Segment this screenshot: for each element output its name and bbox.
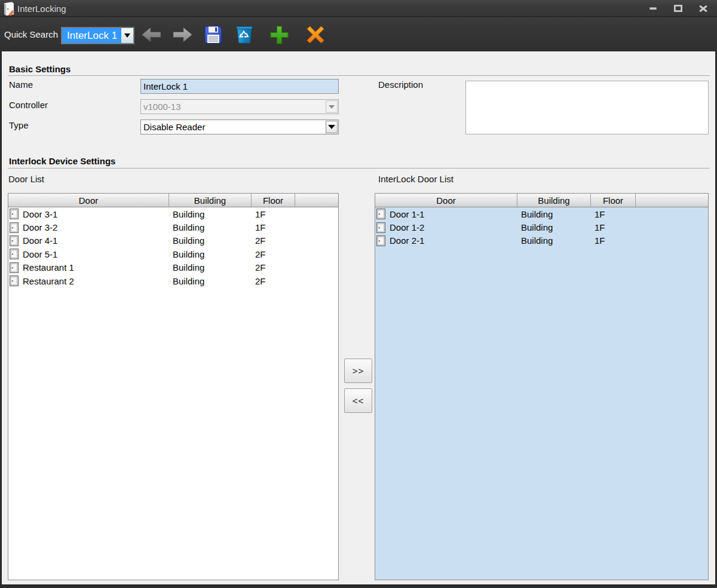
building-name: Building [517, 209, 591, 219]
door-icon [376, 222, 385, 233]
door-list-header: Door Building Floor [8, 194, 338, 207]
column-header-floor[interactable]: Floor [252, 194, 295, 207]
building-name: Building [169, 262, 252, 272]
column-header-building[interactable]: Building [517, 194, 591, 207]
delete-button[interactable] [305, 24, 326, 45]
door-icon [10, 262, 19, 273]
list-item[interactable]: Restaurant 2 Building 2F [8, 274, 338, 287]
door-list-table: Door Building Floor Door 3-1 Building 1F [8, 193, 339, 580]
add-button[interactable] [269, 24, 289, 45]
controller-label: Controller [9, 100, 48, 109]
quick-search-value: InterLock 1 [62, 28, 121, 43]
door-name: Restaurant 2 [23, 276, 74, 286]
name-input[interactable] [140, 79, 339, 94]
floor-name: 2F [252, 235, 295, 246]
basic-settings-title: Basic Settings [9, 65, 71, 74]
interlocking-window: InterLocking Quick Search InterLock 1 [0, 0, 717, 588]
door-list-body: Door 3-1 Building 1F Door 3-2 Building 1… [8, 207, 338, 580]
door-icon [376, 209, 385, 219]
type-label: Type [9, 121, 29, 130]
quick-search-label: Quick Search [4, 30, 58, 39]
column-header-floor[interactable]: Floor [591, 194, 636, 207]
controller-dropdown-button [326, 100, 338, 113]
back-button[interactable] [141, 24, 161, 45]
list-item[interactable]: Door 5-1 Building 2F [8, 247, 338, 261]
door-name: Restaurant 1 [23, 262, 74, 272]
list-item[interactable]: Restaurant 1 Building 2F [8, 261, 338, 274]
door-icon [10, 275, 19, 286]
description-label: Description [378, 80, 423, 89]
app-door-icon [4, 2, 16, 16]
dropdown-arrow-icon [328, 125, 335, 129]
dropdown-arrow-icon [124, 33, 130, 38]
door-name: Door 4-1 [23, 235, 57, 246]
column-header-empty[interactable] [295, 194, 338, 207]
column-header-empty[interactable] [636, 194, 708, 207]
list-item[interactable]: Door 2-1 Building 1F [375, 234, 708, 247]
device-settings-divider [8, 168, 710, 169]
content-panel: Basic Settings Name Controller v1000-13 … [2, 51, 715, 584]
door-icon [376, 235, 385, 246]
column-header-door[interactable]: Door [375, 194, 517, 207]
type-dropdown-button[interactable] [326, 121, 338, 133]
controller-dropdown: v1000-13 [140, 99, 339, 114]
delete-cross-icon [306, 25, 325, 44]
floor-name: 1F [252, 222, 295, 232]
interlock-door-list-header: Door Building Floor [375, 194, 708, 207]
quick-search-combobox[interactable]: InterLock 1 [61, 27, 134, 44]
dropdown-arrow-icon [329, 105, 335, 109]
door-name: Door 3-2 [23, 222, 57, 232]
building-name: Building [169, 222, 252, 232]
plus-icon [269, 25, 289, 45]
floor-name: 2F [252, 262, 295, 272]
floor-name: 1F [591, 209, 636, 219]
device-settings-title: Interlock Device Settings [9, 157, 115, 166]
move-right-button[interactable]: >> [344, 359, 372, 383]
basic-settings-divider [8, 75, 710, 76]
column-header-building[interactable]: Building [169, 194, 252, 207]
door-name: Door 3-1 [23, 209, 57, 219]
door-list-label: Door List [8, 174, 44, 183]
name-label: Name [9, 80, 33, 89]
building-name: Building [517, 222, 591, 232]
column-header-door[interactable]: Door [8, 194, 169, 207]
forward-arrow-icon [173, 26, 193, 44]
door-name: Door 1-1 [390, 209, 424, 219]
window-title: InterLocking [17, 4, 66, 14]
recycle-button[interactable] [234, 24, 255, 45]
maximize-button[interactable] [669, 0, 687, 17]
building-name: Building [169, 235, 252, 246]
building-name: Building [169, 276, 252, 286]
forward-button[interactable] [173, 24, 193, 45]
list-item[interactable]: Door 1-2 Building 1F [375, 220, 708, 234]
list-item[interactable]: Door 1-1 Building 1F [375, 207, 708, 220]
list-item[interactable]: Door 4-1 Building 2F [8, 234, 338, 247]
recycle-bin-icon [235, 25, 254, 44]
description-textarea[interactable] [465, 81, 709, 134]
building-name: Building [169, 249, 252, 259]
save-button[interactable] [203, 24, 223, 45]
floor-name: 1F [591, 222, 636, 232]
interlock-door-list-label: InterLock Door List [378, 174, 454, 183]
quick-search-dropdown-button[interactable] [121, 28, 133, 43]
title-bar: InterLocking [0, 0, 717, 17]
floor-name: 2F [252, 276, 295, 286]
list-item[interactable]: Door 3-2 Building 1F [8, 220, 338, 234]
floor-name: 1F [591, 235, 636, 246]
save-floppy-icon [204, 25, 223, 44]
building-name: Building [169, 209, 252, 219]
door-name: Door 1-2 [390, 222, 424, 232]
door-name: Door 2-1 [390, 235, 424, 246]
move-left-button[interactable]: << [344, 388, 372, 413]
type-dropdown[interactable]: Disable Reader [140, 120, 339, 134]
floor-name: 1F [252, 209, 295, 219]
back-arrow-icon [141, 26, 161, 44]
interlock-door-list-body: Door 1-1 Building 1F Door 1-2 Building 1… [375, 207, 708, 580]
close-button[interactable] [694, 0, 712, 17]
controller-value: v1000-13 [141, 100, 325, 114]
minimize-button[interactable] [644, 0, 662, 17]
door-name: Door 5-1 [23, 249, 57, 259]
door-icon [10, 249, 19, 259]
interlock-door-list-table: Door Building Floor Door 1-1 Building 1F [375, 193, 709, 580]
list-item[interactable]: Door 3-1 Building 1F [8, 207, 338, 220]
